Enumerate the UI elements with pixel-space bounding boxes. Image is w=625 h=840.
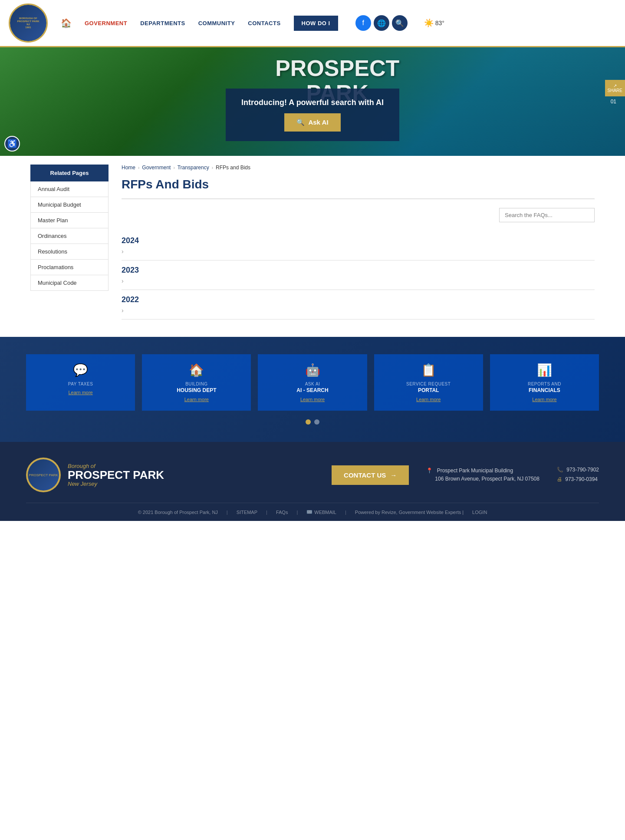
breadcrumb-sep-2: › [173,165,174,170]
breadcrumb: Home › Government › Transparency › RFPs … [122,165,595,171]
carousel-dot-1[interactable] [306,419,311,425]
quick-link-building[interactable]: 🏠 BUILDING HOUSING DEPT Learn more [142,354,251,411]
nav-contacts[interactable]: CONTACTS [248,20,280,26]
accordion-2023-toggle[interactable]: › [122,277,595,284]
carousel-dot-2[interactable] [314,419,319,425]
sidebar-item-ordinances[interactable]: Ordinances [31,228,108,244]
hero-title: Introducing! A powerful search with AI [241,98,384,107]
faq-search-input[interactable] [499,208,595,222]
footer-powered-by: Powered by Revize, Government Website Ex… [355,510,464,515]
footer-phone2: 973-790-0394 [565,476,598,482]
quick-link-ask-ai[interactable]: 🤖 ASK AI AI - SEARCH Learn more [258,354,367,411]
sidebar-item-municipal-code[interactable]: Municipal Code [31,275,108,290]
webmail-label: WEBMAIL [314,510,336,515]
main-content: Home › Government › Transparency › RFPs … [122,165,595,320]
search-icon: 🔍 [296,119,305,126]
breadcrumb-current: RFPs and Bids [216,165,250,171]
contact-us-button[interactable]: CONTACT US → [332,465,409,485]
carousel-pagination [26,419,599,425]
nav-departments[interactable]: DEPARTMENTS [140,20,185,26]
page-title: RFPs And Bids [122,178,595,199]
accordion-2024: 2024 › [122,231,595,260]
globe-button[interactable]: 🌐 [374,15,389,31]
footer-phone2-row: 🖨 973-790-0394 [557,475,599,484]
footer-copyright: © 2021 Borough of Prospect Park, NJ [138,510,218,515]
breadcrumb-home[interactable]: Home [122,165,135,171]
quick-link-pay-taxes[interactable]: 💬 PAY TAXES Learn more [26,354,135,411]
year-2022-label: 2022 [122,295,595,304]
site-footer: PROSPECT PARK Borough of Prospect Park N… [0,442,625,521]
login-link[interactable]: LOGIN [472,510,487,515]
webmail-link[interactable]: ✉️ WEBMAIL [306,509,336,515]
home-button[interactable]: 🏠 [61,18,72,28]
logo-area[interactable]: BOROUGH OFPROSPECT PARKNJ1901 [9,3,56,43]
quick-link-reports[interactable]: 📊 REPORTS AND FINANCIALS Learn more [490,354,599,411]
building-learn[interactable]: Learn more [184,397,209,402]
quick-link-service[interactable]: 📋 SERVICE REQUEST PORTAL Learn more [374,354,483,411]
sidebar-item-proclamations[interactable]: Proclamations [31,260,108,275]
building-icon: 🏠 [189,363,204,377]
arrow-icon: → [390,471,397,479]
footer-main: PROSPECT PARK Borough of Prospect Park N… [26,458,599,503]
building-label: BUILDING [185,382,207,386]
year-2023-label: 2023 [122,266,595,275]
hero-pagination: 01 [611,99,616,105]
pay-taxes-learn[interactable]: Learn more [68,390,92,395]
footer-address: 📍 Prospect Park Municipal Building 106 B… [426,467,539,483]
sidebar-item-municipal-budget[interactable]: Municipal Budget [31,197,108,213]
sitemap-link[interactable]: SITEMAP [237,510,257,515]
footer-logo[interactable]: PROSPECT PARK [26,458,61,492]
footer-sep-4: | [345,510,346,515]
ask-ai-label: Ask AI [308,119,328,126]
breadcrumb-sep-3: › [212,165,213,170]
reports-learn[interactable]: Learn more [532,397,556,402]
reports-label: REPORTS AND [528,382,561,386]
footer-logo-text: Borough of Prospect Park New Jersey [68,463,164,487]
site-header: BOROUGH OFPROSPECT PARKNJ1901 🏠 GOVERNME… [0,0,625,47]
facebook-button[interactable]: f [355,15,371,31]
footer-bottom: © 2021 Borough of Prospect Park, NJ | SI… [26,503,599,521]
breadcrumb-transparency[interactable]: Transparency [178,165,209,171]
header-search-button[interactable]: 🔍 [392,15,408,31]
pay-taxes-icon: 💬 [73,363,88,377]
main-nav: 🏠 GOVERNMENT DEPARTMENTS COMMUNITY CONTA… [61,15,616,31]
ask-ai-learn[interactable]: Learn more [300,397,325,402]
footer-state: New Jersey [68,481,164,487]
sidebar-header: Related Pages [30,165,109,181]
breadcrumb-sep-1: › [138,165,139,170]
sidebar-item-resolutions[interactable]: Resolutions [31,244,108,260]
phone-icon: 📞 [557,467,563,473]
quick-links-grid: 💬 PAY TAXES Learn more 🏠 BUILDING HOUSIN… [26,354,599,411]
service-title: PORTAL [418,387,439,393]
footer-phone1-row: 📞 973-790-7902 [557,465,599,475]
quick-links-section: 💬 PAY TAXES Learn more 🏠 BUILDING HOUSIN… [0,337,625,442]
breadcrumb-government[interactable]: Government [142,165,171,171]
hero-overlay: Introducing! A powerful search with AI 🔍… [226,89,399,141]
service-label: SERVICE REQUEST [406,382,451,386]
search-row [122,208,595,222]
share-button[interactable]: ↗ SHARE [605,80,625,96]
accessibility-button[interactable]: ♿ [4,136,20,152]
footer-sep-1: | [227,510,228,515]
building-title: HOUSING DEPT [177,387,216,393]
service-learn[interactable]: Learn more [416,397,441,402]
footer-city-name: Prospect Park [68,469,164,481]
site-logo[interactable]: BOROUGH OFPROSPECT PARKNJ1901 [9,3,48,43]
accordion-2022: 2022 › [122,290,595,320]
sidebar-item-annual-audit[interactable]: Annual Audit [31,181,108,197]
faqs-link[interactable]: FAQs [276,510,288,515]
how-do-i-button[interactable]: HOW DO I [294,16,338,31]
footer-building-name: Prospect Park Municipal Building [437,468,513,474]
reports-icon: 📊 [537,363,552,377]
ask-ai-button[interactable]: 🔍 Ask AI [284,113,340,132]
footer-logo-area: PROSPECT PARK Borough of Prospect Park N… [26,458,164,492]
sidebar-list: Annual Audit Municipal Budget Master Pla… [30,181,109,291]
footer-sep-2: | [266,510,267,515]
accordion-2024-toggle[interactable]: › [122,248,595,255]
nav-community[interactable]: COMMUNITY [198,20,235,26]
accordion-2022-toggle[interactable]: › [122,307,595,314]
sidebar-item-master-plan[interactable]: Master Plan [31,213,108,228]
pay-taxes-label: PAY TAXES [68,382,93,386]
reports-title: FINANCIALS [529,387,560,393]
nav-government[interactable]: GOVERNMENT [85,20,127,26]
